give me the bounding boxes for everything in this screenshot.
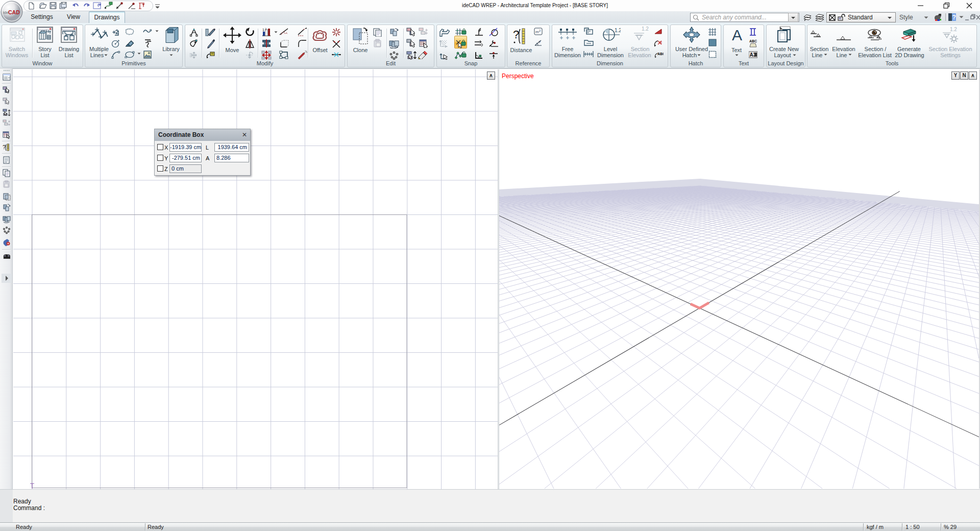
svg-text:1.2: 1.2 [615, 28, 621, 33]
svg-text:CAD: CAD [8, 9, 20, 15]
svg-text:?: ? [513, 28, 519, 41]
svg-text:A: A [732, 27, 742, 42]
svg-text:m: m [535, 30, 539, 34]
svg-text:?: ? [538, 40, 541, 44]
svg-text:1.2: 1.2 [642, 26, 649, 32]
svg-text:R: R [659, 41, 662, 44]
svg-text:ABC: ABC [749, 39, 757, 43]
svg-text:1: 1 [262, 28, 264, 32]
svg-text:1.2: 1.2 [950, 27, 957, 32]
svg-text:?: ? [3, 144, 6, 150]
